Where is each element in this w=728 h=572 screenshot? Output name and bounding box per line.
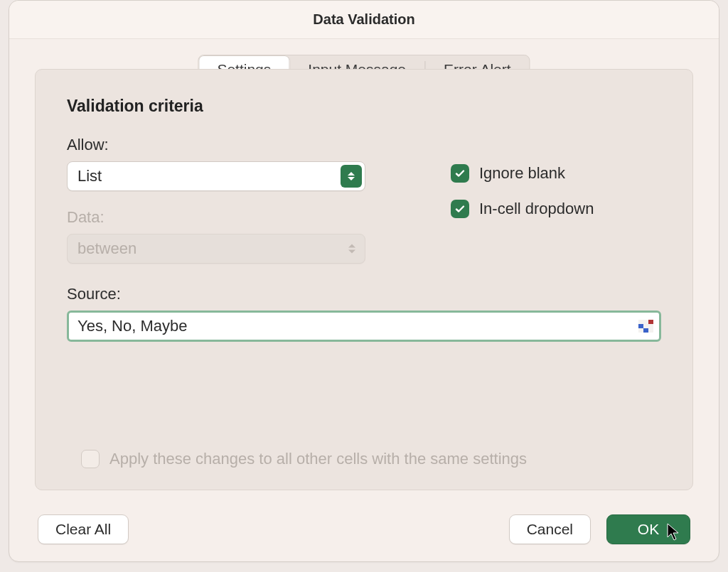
apply-all-checkbox: Apply these changes to all other cells w…	[81, 450, 527, 468]
criteria-left-column: Allow: List Data: between	[67, 136, 380, 264]
button-label: Cancel	[527, 521, 573, 537]
dialog-footer: Clear All Cancel OK	[38, 514, 690, 544]
data-select: between	[67, 234, 365, 264]
checkbox-checked-icon	[451, 200, 469, 218]
footer-right-group: Cancel OK	[509, 514, 690, 544]
ignore-blank-checkbox[interactable]: Ignore blank	[451, 164, 661, 183]
source-input[interactable]	[67, 311, 661, 342]
allow-select-value: List	[67, 161, 365, 191]
dialog-titlebar: Data Validation	[9, 1, 719, 39]
checkbox-unchecked-icon	[81, 450, 100, 468]
criteria-right-column: Ignore blank In-cell dropdown	[380, 136, 661, 264]
in-cell-dropdown-checkbox[interactable]: In-cell dropdown	[451, 200, 661, 218]
button-label: OK	[638, 521, 659, 537]
allow-select[interactable]: List	[67, 161, 365, 191]
checkbox-label: In-cell dropdown	[479, 200, 594, 218]
range-picker-icon[interactable]	[638, 320, 654, 333]
settings-panel: Validation criteria Allow: List Data: be…	[35, 69, 693, 490]
data-label: Data:	[67, 208, 380, 227]
validation-criteria-heading: Validation criteria	[67, 97, 661, 116]
data-select-value: between	[67, 234, 365, 264]
clear-all-button[interactable]: Clear All	[38, 514, 129, 544]
stepper-icon	[341, 165, 362, 188]
button-label: Clear All	[55, 521, 111, 537]
checkbox-label: Apply these changes to all other cells w…	[109, 450, 527, 468]
source-field-wrap	[67, 311, 661, 342]
data-validation-dialog: Data Validation Settings Input Message E…	[9, 0, 719, 562]
cancel-button[interactable]: Cancel	[509, 514, 591, 544]
stepper-icon	[348, 244, 355, 254]
ok-button[interactable]: OK	[606, 514, 690, 544]
checkbox-label: Ignore blank	[479, 164, 565, 183]
dialog-title: Data Validation	[313, 11, 414, 28]
allow-label: Allow:	[67, 136, 380, 154]
checkbox-checked-icon	[451, 164, 469, 183]
criteria-row: Allow: List Data: between	[67, 136, 661, 264]
source-label: Source:	[67, 285, 661, 303]
